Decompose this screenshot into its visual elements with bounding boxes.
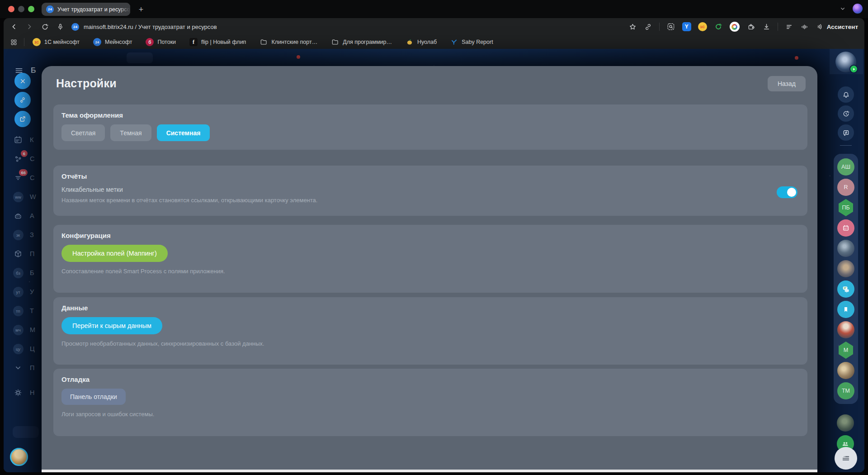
open-external-button[interactable] [14, 111, 31, 127]
chat-avatar-hexagon[interactable]: M [837, 342, 854, 359]
chat-avatar-photo[interactable] [837, 414, 854, 432]
sidebar-bottom-button[interactable] [13, 426, 39, 438]
microphone-icon[interactable] [57, 23, 64, 31]
section-description: Названия меток времени в отчётах становя… [61, 197, 799, 204]
chat-avatar-photo[interactable] [837, 260, 854, 277]
chat-bubbles-icon [841, 285, 850, 294]
copy-link-icon[interactable] [644, 23, 652, 31]
assistant-label: Ассистент [827, 24, 858, 30]
chat-avatar-saved[interactable] [837, 301, 854, 318]
browser-window: 24 mainsoft.bitrix24.ru / Учет трудозатр… [4, 18, 864, 472]
sidebar-item-settings[interactable]: Н [13, 383, 36, 402]
sidebar-item-ww[interactable]: ww W [13, 187, 36, 206]
chat-avatar-hexagon[interactable]: ПБ [837, 199, 854, 216]
bookmark-client-portals-folder[interactable]: Клинтские порт… [259, 38, 317, 46]
chat-avatar-photo[interactable] [837, 240, 854, 257]
apps-grid-icon[interactable] [10, 38, 18, 46]
close-window-button[interactable] [8, 6, 14, 12]
sidebar-item-calendar[interactable]: К [13, 130, 36, 149]
yandex-extension-icon[interactable]: Y [682, 22, 691, 31]
minimize-window-button[interactable] [18, 6, 24, 12]
refresh-icon[interactable] [41, 23, 49, 31]
clickable-labels-toggle[interactable] [777, 186, 797, 198]
chat-avatar-calendar[interactable] [837, 219, 854, 237]
chat-avatar-group-photo[interactable] [837, 362, 854, 379]
bookmark-saby-report[interactable]: Saby Report [450, 38, 493, 46]
assistant-button[interactable]: Ассистент [816, 23, 858, 31]
bookmark-star-icon[interactable] [628, 23, 637, 31]
sidebar-item-expand[interactable]: П [13, 358, 36, 377]
sidebar-item-box[interactable]: П [13, 244, 36, 263]
recent-chats-list: АШ R ПБ M T [834, 154, 858, 404]
user-avatar[interactable] [10, 448, 28, 466]
chat-avatar-initials[interactable]: АШ [837, 158, 854, 176]
back-icon[interactable] [10, 23, 18, 31]
notifications-button[interactable] [838, 86, 854, 103]
bookmarks-bar: 1С 1С мейнсофт 24 Мейнсофт б Потоки f fl… [4, 35, 864, 49]
close-panel-button[interactable] [14, 73, 31, 89]
screenshot-search-icon[interactable] [666, 22, 675, 31]
raw-data-button[interactable]: Перейти к сырым данным [61, 317, 162, 334]
bookmark-1c-meinsoft[interactable]: 1С 1С мейнсофт [33, 38, 80, 46]
external-link-icon [19, 115, 26, 123]
saby-icon [450, 38, 458, 46]
url-text[interactable]: mainsoft.bitrix24.ru / Учет трудозатрат … [84, 24, 217, 30]
zk-avatar: зк [13, 230, 24, 240]
sidebar-item-label: W [30, 193, 36, 200]
sidebar-item-feed[interactable]: 66 С [13, 168, 36, 187]
section-heading: Данные [61, 304, 799, 312]
downloads-icon[interactable] [762, 23, 771, 31]
bz-avatar: бз [13, 268, 24, 278]
new-tab-button[interactable]: + [136, 4, 146, 15]
browser-tab-bar: 24 Учет трудозатрат и ресурсов + [0, 0, 868, 18]
sidebar-item-label: П [30, 250, 34, 257]
puzzle-extensions-icon[interactable] [746, 22, 755, 31]
sync-extension-icon[interactable] [714, 22, 723, 31]
theme-light-button[interactable]: Светлая [61, 124, 105, 141]
chat-avatar-photo[interactable] [837, 321, 854, 338]
back-button[interactable]: Назад [768, 76, 806, 91]
section-heading: Отладка [61, 375, 799, 383]
sidebar-item-tp[interactable]: тп Т [13, 301, 36, 320]
chevron-down-icon[interactable] [839, 5, 846, 12]
bookmark-for-programming-folder[interactable]: Для программир… [331, 38, 392, 46]
chat-list-button[interactable] [835, 447, 857, 470]
forward-icon[interactable] [25, 23, 33, 31]
browser-tab[interactable]: 24 Учет трудозатрат и ресурсов [42, 3, 130, 16]
target-extension-icon[interactable] [730, 22, 740, 32]
folder-icon [259, 38, 268, 46]
settings-modal: Настройки Назад Тема оформления Светлая … [42, 66, 817, 472]
mch-avatar: мч [13, 325, 24, 335]
divider [778, 23, 778, 31]
section-description: Логи запросов и ошибок системы. [61, 411, 799, 418]
1c-extension-icon[interactable]: 1С [698, 22, 707, 31]
sidebar-item-zk[interactable]: зк З [13, 225, 36, 244]
sidebar-item-cu[interactable]: цу Ц [13, 339, 36, 358]
debug-panel-button[interactable]: Панель отладки [61, 389, 126, 405]
chat-transfer-button[interactable] [838, 124, 854, 141]
sidebar-panel-icon[interactable] [785, 23, 793, 31]
sidebar-item-network[interactable]: 6 С [13, 149, 36, 168]
theme-system-button[interactable]: Системная [157, 124, 210, 141]
bookmark-nuolab[interactable]: Нуолаб [406, 38, 437, 46]
sidebar-item-ut[interactable]: ут У [13, 282, 36, 301]
theme-dark-button[interactable]: Темная [110, 124, 151, 141]
browser-profile-avatar[interactable] [853, 4, 863, 14]
zoom-window-button[interactable] [28, 6, 34, 12]
chat-avatar-initials[interactable]: TM [837, 382, 854, 399]
sidebar-item-bz[interactable]: бз Б [13, 263, 36, 282]
flip-icon: f [189, 38, 198, 46]
copy-link-button[interactable] [14, 92, 31, 108]
profile-avatar[interactable] [835, 52, 856, 72]
bookmark-meinsoft[interactable]: 24 Мейнсофт [93, 38, 132, 46]
field-mapping-button[interactable]: Настройка полей (Маппинг) [61, 245, 168, 262]
sidebar-item-robot[interactable]: А [13, 206, 36, 225]
bookmark-potoki[interactable]: б Потоки [146, 38, 176, 46]
bookmark-flip[interactable]: f flip | Новый флип [189, 38, 246, 46]
history-button[interactable] [838, 105, 854, 122]
voice-equalizer-icon[interactable] [800, 23, 809, 31]
chat-avatar-initials[interactable]: R [837, 179, 854, 196]
toggle-knob [787, 188, 796, 197]
chat-avatar-channel[interactable] [837, 280, 854, 298]
sidebar-item-mch[interactable]: мч М [13, 320, 36, 339]
